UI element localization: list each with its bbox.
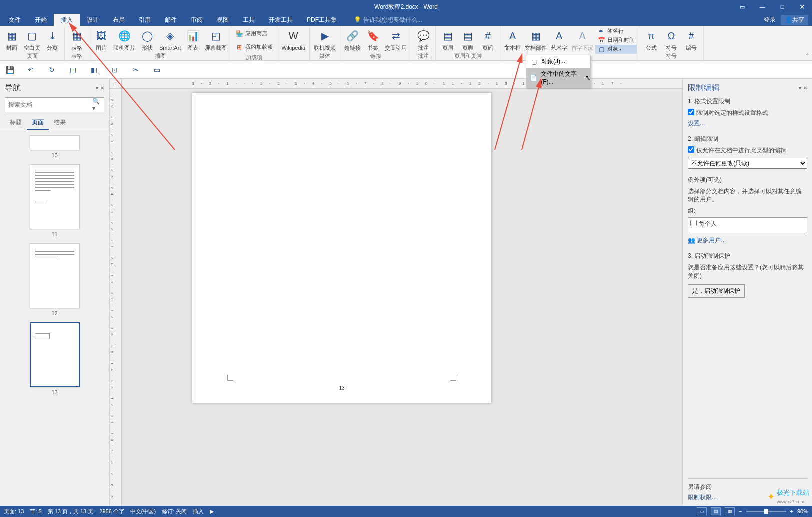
- tab-review[interactable]: 审阅: [184, 14, 210, 26]
- status-macro-icon[interactable]: ▶: [210, 508, 214, 515]
- search-icon[interactable]: 🔍 ▾: [92, 98, 104, 112]
- tab-view[interactable]: 视图: [210, 14, 236, 26]
- ribbon-display-options-icon[interactable]: ▭: [732, 0, 752, 14]
- store-button[interactable]: 🏪应用商店: [233, 30, 275, 38]
- thumbnail-item[interactable]: 11: [5, 164, 104, 238]
- cross-reference-button[interactable]: ⇄交叉引用: [383, 27, 409, 52]
- pane-close-icon[interactable]: ✕: [803, 86, 807, 91]
- ruler-corner[interactable]: L: [110, 79, 122, 89]
- web-layout-button[interactable]: ▦: [725, 508, 735, 516]
- smartart-button[interactable]: ◈SmartArt: [157, 27, 183, 52]
- zoom-in-button[interactable]: +: [790, 508, 793, 514]
- status-page[interactable]: 页面: 13: [4, 508, 24, 516]
- table-button[interactable]: ▦表格: [67, 27, 87, 52]
- blank-page-button[interactable]: ▢空白页: [22, 27, 42, 52]
- equation-button[interactable]: π公式: [641, 27, 661, 52]
- wordart-button[interactable]: A艺术字: [549, 27, 569, 52]
- page-thumbnail-11[interactable]: [30, 164, 80, 230]
- page-thumbnails[interactable]: 10 11 12 13: [0, 130, 109, 506]
- nav-dropdown-icon[interactable]: ▾: [96, 86, 98, 91]
- textbox-button[interactable]: A文本框: [502, 27, 523, 52]
- online-video-button[interactable]: ▶联机视频: [312, 27, 338, 52]
- edit-checkbox-input[interactable]: [688, 146, 694, 153]
- qat-btn-4[interactable]: ▤: [68, 65, 78, 75]
- shapes-button[interactable]: ◯形状: [137, 27, 157, 52]
- tab-file[interactable]: 文件: [2, 14, 28, 26]
- pane-dropdown-icon[interactable]: ▾: [799, 86, 801, 91]
- my-addins-button[interactable]: ⊞我的加载项: [233, 43, 275, 52]
- thumbnail-item[interactable]: 13: [5, 322, 104, 396]
- document-page[interactable]: 13: [192, 93, 491, 403]
- status-track[interactable]: 修订: 关闭: [162, 508, 187, 516]
- zoom-level[interactable]: 90%: [797, 508, 808, 514]
- cover-page-button[interactable]: ▦封面: [2, 27, 22, 52]
- signature-button[interactable]: ✒签名行: [595, 27, 637, 36]
- status-page-of[interactable]: 第 13 页，共 13 页: [48, 508, 94, 516]
- tab-developer[interactable]: 开发工具: [262, 14, 300, 26]
- qat-btn-7[interactable]: ✂: [131, 65, 141, 75]
- status-section[interactable]: 节: 5: [30, 508, 41, 516]
- edit-type-select[interactable]: 不允许任何更改(只读): [688, 158, 807, 169]
- edit-restrict-checkbox[interactable]: 仅允许在文档中进行此类型的编辑:: [688, 146, 807, 155]
- quick-parts-button[interactable]: ▦文档部件: [523, 27, 549, 52]
- pictures-button[interactable]: 🖼图片: [91, 27, 111, 52]
- nav-close-icon[interactable]: ✕: [100, 86, 104, 91]
- document-area[interactable]: L 3·2·1···1·2·3·4·5·6·7·8·9·10·11·12·13·…: [110, 79, 682, 506]
- save-button[interactable]: 💾: [5, 65, 15, 75]
- qat-btn-5[interactable]: ◧: [89, 65, 99, 75]
- restrict-permission-link[interactable]: 限制权限...: [688, 494, 717, 502]
- page-break-button[interactable]: ⤓分页: [42, 27, 62, 52]
- zoom-out-button[interactable]: −: [739, 508, 742, 514]
- tell-me-search[interactable]: 💡 告诉我您想要做什么...: [354, 16, 422, 24]
- close-button[interactable]: ✕: [792, 0, 812, 14]
- nav-tab-headings[interactable]: 标题: [5, 116, 27, 130]
- bookmark-button[interactable]: 🔖书签: [363, 27, 383, 52]
- page-thumbnail-12[interactable]: [30, 244, 80, 308]
- format-checkbox-input[interactable]: [688, 109, 694, 116]
- online-pictures-button[interactable]: 🌐联机图片: [111, 27, 137, 52]
- tab-references[interactable]: 引用: [132, 14, 158, 26]
- footer-button[interactable]: ▤页脚: [458, 27, 478, 52]
- enforce-button[interactable]: 是，启动强制保护: [688, 284, 745, 298]
- menu-object[interactable]: ▢ 对象(J)...: [526, 56, 590, 68]
- comment-button[interactable]: 💬批注: [413, 27, 433, 52]
- navigation-search[interactable]: 🔍 ▾: [5, 98, 104, 112]
- hyperlink-button[interactable]: 🔗超链接: [342, 27, 363, 52]
- format-restrict-checkbox[interactable]: 限制对选定的样式设置格式: [688, 109, 807, 118]
- print-layout-button[interactable]: ▤: [711, 508, 721, 516]
- number-button[interactable]: #编号: [681, 27, 701, 52]
- read-mode-button[interactable]: ▭: [697, 508, 707, 516]
- wikipedia-button[interactable]: WWikipedia: [279, 27, 307, 52]
- status-insert[interactable]: 插入: [193, 508, 204, 516]
- everyone-checkbox-input[interactable]: [690, 220, 697, 226]
- more-users-link[interactable]: 👥 更多用户...: [688, 236, 726, 245]
- tab-home[interactable]: 开始: [28, 14, 54, 26]
- page-thumbnail-13[interactable]: [30, 322, 80, 388]
- datetime-button[interactable]: 📅日期和时间: [595, 36, 637, 45]
- tab-layout[interactable]: 布局: [106, 14, 132, 26]
- share-button[interactable]: 👤 共享: [781, 15, 808, 26]
- header-button[interactable]: ▤页眉: [438, 27, 458, 52]
- nav-tab-pages[interactable]: 页面: [27, 116, 49, 130]
- nav-tab-results[interactable]: 结果: [49, 116, 71, 130]
- screenshot-button[interactable]: ◰屏幕截图: [203, 27, 229, 52]
- page-thumbnail-10[interactable]: [30, 136, 80, 150]
- tab-mailings[interactable]: 邮件: [158, 14, 184, 26]
- qat-btn-8[interactable]: ▭: [152, 65, 162, 75]
- horizontal-ruler[interactable]: 3·2·1···1·2·3·4·5·6·7·8·9·10·11·12·13·14…: [122, 79, 682, 89]
- settings-link[interactable]: 设置...: [688, 120, 705, 128]
- vertical-ruler[interactable]: ·29·28·27·26·25·24·23·22·21·20·19·18·17·…: [110, 89, 122, 506]
- minimize-button[interactable]: —: [752, 0, 772, 14]
- login-link[interactable]: 登录: [764, 16, 776, 24]
- zoom-slider[interactable]: [746, 511, 786, 512]
- thumbnail-item[interactable]: 10: [5, 136, 104, 158]
- tab-pdf[interactable]: PDF工具集: [300, 14, 344, 26]
- menu-text-from-file[interactable]: 📄 文件中的文字(F)...: [526, 68, 590, 88]
- chart-button[interactable]: 📊图表: [183, 27, 203, 52]
- undo-button[interactable]: ↶: [26, 65, 36, 75]
- search-input[interactable]: [5, 98, 92, 112]
- object-button[interactable]: ▢对象▾: [595, 45, 637, 54]
- tab-design[interactable]: 设计: [80, 14, 106, 26]
- status-language[interactable]: 中文(中国): [130, 508, 156, 516]
- tab-insert[interactable]: 插入: [54, 14, 80, 26]
